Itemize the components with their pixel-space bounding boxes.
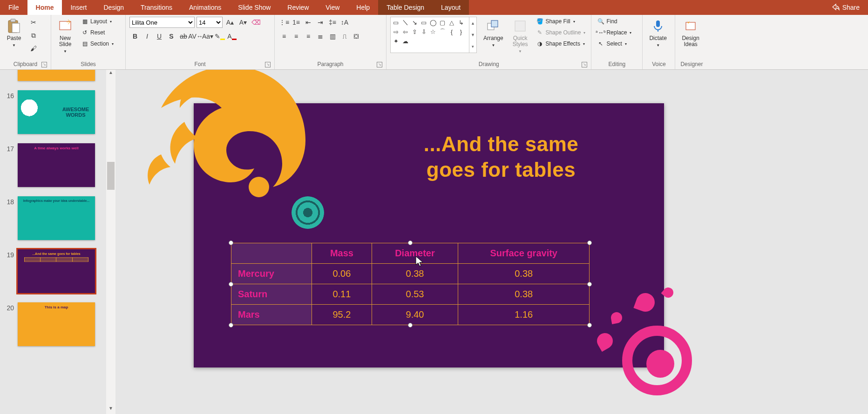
tab-animations[interactable]: Animations <box>181 0 230 15</box>
justify-button[interactable]: ≣ <box>315 31 326 42</box>
underline-button[interactable]: U <box>154 31 165 42</box>
line-spacing-button[interactable]: ‡≡ <box>327 17 338 28</box>
select-button[interactable]: ↖Select▾ <box>595 39 633 48</box>
table-corner[interactable] <box>231 243 312 264</box>
shape-brace-l[interactable]: { <box>448 27 456 36</box>
char-spacing-button[interactable]: AV↔ <box>190 31 201 42</box>
scroll-up-icon[interactable]: ▲ <box>469 17 476 29</box>
selection-handle[interactable] <box>229 323 233 327</box>
table-cell[interactable]: 9.40 <box>372 305 458 325</box>
drawing-launcher[interactable]: ↘ <box>582 62 587 67</box>
bold-button[interactable]: B <box>129 31 141 42</box>
table-row-header[interactable]: Mercury <box>231 264 312 284</box>
font-launcher[interactable]: ↘ <box>265 62 271 67</box>
slide-table[interactable]: Mass Diameter Surface gravity Mercury 0.… <box>231 243 590 325</box>
align-center-button[interactable]: ≡ <box>291 31 302 42</box>
columns-button[interactable]: ▥ <box>327 31 338 42</box>
table-cell[interactable]: 0.11 <box>312 284 372 305</box>
font-name-select[interactable]: Lilita One <box>129 17 195 28</box>
scroll-down-icon[interactable]: ▼ <box>106 406 115 414</box>
table-cell[interactable]: 95.2 <box>312 305 372 325</box>
shape-textbox[interactable]: ▭ <box>392 18 400 27</box>
bullets-button[interactable]: ⋮≡ <box>278 17 290 28</box>
table-cell[interactable]: 0.38 <box>458 284 590 305</box>
font-color-button[interactable]: A <box>226 31 237 42</box>
shape-effects-button[interactable]: ◑Shape Effects▾ <box>534 39 587 48</box>
table-col-header[interactable]: Surface gravity <box>458 243 590 264</box>
table-row[interactable]: Mercury 0.06 0.38 0.38 <box>231 264 590 284</box>
slide-thumb-19[interactable]: ...And the same goes for tables <box>18 249 95 293</box>
shape-star[interactable]: ☆ <box>429 27 437 36</box>
align-text-button[interactable]: ⎍ <box>339 31 350 42</box>
find-button[interactable]: 🔍Find <box>595 17 633 26</box>
slide-thumb-20[interactable]: This is a map <box>18 302 95 346</box>
slide-canvas[interactable]: ...And the same goes for tables Mass Dia… <box>115 70 868 414</box>
tab-insert[interactable]: Insert <box>62 0 95 15</box>
shape-arrow-down[interactable]: ⇩ <box>420 27 428 36</box>
text-shadow-button[interactable]: S <box>166 31 177 42</box>
shape-arrow-up[interactable]: ⇧ <box>410 27 419 36</box>
scroll-handle[interactable] <box>107 162 115 190</box>
format-painter-button[interactable]: 🖌 <box>28 43 39 54</box>
tab-transitions[interactable]: Transitions <box>132 0 181 15</box>
shape-triangle[interactable]: △ <box>448 18 456 27</box>
table-col-header[interactable]: Diameter <box>372 243 458 264</box>
shape-rounded-rect[interactable]: ▢ <box>438 18 447 27</box>
table-row-header[interactable]: Mars <box>231 305 312 325</box>
cut-button[interactable]: ✂ <box>28 17 39 28</box>
table-cell[interactable]: 0.53 <box>372 284 458 305</box>
arrange-button[interactable]: Arrange ▼ <box>481 17 506 49</box>
shapes-gallery[interactable]: ▭ ＼ ↘ ▭ ◯ ▢ △ ↳ ⇨ ⇦ ⇧ ⇩ ☆ ⌒ { } ✦ <box>390 17 469 53</box>
new-slide-button[interactable]: New Slide ▼ <box>55 17 75 55</box>
tab-file[interactable]: File <box>0 0 27 15</box>
table-cell[interactable]: 0.38 <box>372 264 458 284</box>
scroll-up-icon[interactable]: ▲ <box>106 70 115 78</box>
shape-line[interactable]: ＼ <box>401 18 409 27</box>
shape-callout[interactable]: ✦ <box>392 37 400 45</box>
decrease-font-button[interactable]: A▾ <box>237 17 249 28</box>
table-cell[interactable]: 1.16 <box>458 305 590 325</box>
slide-layout-button[interactable]: ▦Layout▾ <box>79 17 115 26</box>
paste-button[interactable]: Paste ▼ <box>4 17 24 49</box>
shape-curve[interactable]: ⌒ <box>438 27 447 36</box>
strikethrough-button[interactable]: ab <box>178 31 189 42</box>
slide-thumb-18[interactable]: Infographics make your idea understable.… <box>18 196 95 240</box>
tab-view[interactable]: View <box>317 0 348 15</box>
shape-arrow-line[interactable]: ↘ <box>410 18 419 27</box>
selection-handle[interactable] <box>587 323 592 327</box>
italic-button[interactable]: I <box>142 31 153 42</box>
table-row-header[interactable]: Saturn <box>231 284 312 305</box>
tab-help[interactable]: Help <box>348 0 378 15</box>
table-cell[interactable]: 0.06 <box>312 264 372 284</box>
numbering-button[interactable]: 1≡ <box>291 17 302 28</box>
shape-brace-r[interactable]: } <box>457 27 465 36</box>
shape-arrow-left[interactable]: ⇦ <box>401 27 409 36</box>
selection-handle[interactable] <box>229 282 233 287</box>
reset-slide-button[interactable]: ↺Reset <box>79 28 115 37</box>
increase-font-button[interactable]: A▴ <box>224 17 236 28</box>
table-row[interactable]: Saturn 0.11 0.53 0.38 <box>231 284 590 305</box>
highlight-button[interactable]: ✎ <box>214 31 225 42</box>
share-button[interactable]: Share <box>824 0 868 15</box>
shape-fill-button[interactable]: 🪣Shape Fill▾ <box>534 17 587 26</box>
table-row[interactable]: Mars 95.2 9.40 1.16 <box>231 305 590 325</box>
shape-elbow[interactable]: ↳ <box>457 18 465 27</box>
slide-thumb-16[interactable]: AWESOME WORDS <box>18 90 95 134</box>
tab-home[interactable]: Home <box>27 0 62 15</box>
shape-outline-button[interactable]: ✎Shape Outline▾ <box>534 28 587 37</box>
shape-rect[interactable]: ▭ <box>420 18 428 27</box>
selection-handle[interactable] <box>408 323 413 327</box>
align-right-button[interactable]: ≡ <box>303 31 314 42</box>
dictate-button[interactable]: Dictate ▼ <box>646 17 669 49</box>
shape-oval[interactable]: ◯ <box>429 18 437 27</box>
scroll-down-icon[interactable]: ▼ <box>469 29 476 40</box>
increase-indent-button[interactable]: ⇥ <box>315 17 326 28</box>
thumbnails-scrollbar[interactable]: ▲ ▼ <box>106 70 115 414</box>
selection-handle[interactable] <box>587 282 592 287</box>
slide-thumb-15[interactable] <box>18 70 95 81</box>
slide[interactable]: ...And the same goes for tables Mass Dia… <box>194 103 664 367</box>
table-cell[interactable]: 0.38 <box>458 264 590 284</box>
tab-design[interactable]: Design <box>95 0 132 15</box>
font-size-select[interactable]: 14 <box>197 17 223 28</box>
change-case-button[interactable]: Aa▾ <box>202 31 213 42</box>
